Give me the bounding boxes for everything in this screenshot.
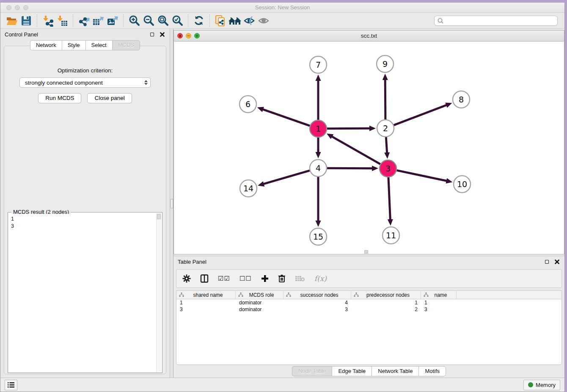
tab-style[interactable]: Style <box>62 40 85 50</box>
column-header-predecessor-nodes[interactable]: predecessor nodes <box>351 291 421 299</box>
new-network-from-selection-icon[interactable] <box>213 14 228 28</box>
show-all-icon[interactable] <box>256 14 271 28</box>
memory-label: Memory <box>536 382 556 388</box>
panel-splitter[interactable] <box>170 29 173 378</box>
column-header-shared-name[interactable]: shared name <box>176 291 236 299</box>
table-cell[interactable]: 3 <box>284 306 351 313</box>
arrowhead-icon <box>372 166 378 171</box>
network-graph[interactable]: 7968124314101511 <box>174 41 564 254</box>
mcds-result-text[interactable]: 1 3 <box>9 214 156 372</box>
float-panel-icon[interactable] <box>149 31 155 38</box>
table-toolbar: ☑☑ ☐☐ f(x) <box>176 269 562 288</box>
tab-select[interactable]: Select <box>85 40 112 50</box>
node-table[interactable]: shared nameMCDS rolesuccessor nodesprede… <box>176 290 562 365</box>
zoom-selected-icon[interactable] <box>170 14 184 28</box>
status-bar: Memory <box>0 378 564 392</box>
tab-edge-table[interactable]: Edge Table <box>332 366 372 376</box>
node-label-2: 2 <box>383 124 388 133</box>
app-window: Session: New Session <box>0 2 565 392</box>
hide-selected-icon[interactable] <box>242 14 256 28</box>
table-cell[interactable]: 3 <box>421 306 457 313</box>
toolbar-separator <box>37 14 37 27</box>
close-panel-button[interactable]: Close panel <box>87 93 132 103</box>
list-icon <box>8 382 14 388</box>
search-input[interactable] <box>446 18 554 24</box>
select-all-icon[interactable]: ☑☑ <box>218 275 230 282</box>
mcds-result-group: MCDS result (2 nodes) 1 3 <box>8 212 162 373</box>
edge-2-8[interactable] <box>394 105 447 125</box>
arrowhead-icon <box>316 152 321 158</box>
table-cell[interactable]: 1 <box>351 299 421 306</box>
edge-2-9[interactable] <box>385 79 385 119</box>
column-header-name[interactable]: name <box>421 291 457 299</box>
edge-4-14[interactable] <box>263 171 310 184</box>
optimization-criterion-dropdown[interactable]: strongly connected component <box>19 77 151 88</box>
zoom-in-icon[interactable] <box>127 14 141 28</box>
title-bar: Session: New Session <box>0 3 564 13</box>
import-table-icon[interactable] <box>55 14 69 28</box>
edge-4-3[interactable] <box>327 168 373 168</box>
column-header-MCDS-role[interactable]: MCDS role <box>236 291 284 299</box>
edge-1-2[interactable] <box>327 128 370 129</box>
edge-2-3[interactable] <box>386 137 387 153</box>
deselect-all-icon[interactable]: ☐☐ <box>239 275 252 282</box>
table-cell[interactable]: 3 <box>176 306 236 313</box>
import-network-icon[interactable] <box>41 14 55 28</box>
tab-network-table[interactable]: Network Table <box>372 366 418 376</box>
table-cell[interactable]: 2 <box>351 306 421 313</box>
node-label-3: 3 <box>385 164 391 173</box>
run-mcds-button[interactable]: Run MCDS <box>38 93 81 103</box>
table-settings-gear-icon[interactable] <box>182 274 191 283</box>
search-field[interactable] <box>434 16 558 26</box>
close-table-panel-icon[interactable] <box>553 259 560 265</box>
zoom-fit-icon[interactable] <box>156 14 170 28</box>
network-window-titlebar[interactable]: x − + scc.txt <box>174 30 564 41</box>
tab-network[interactable]: Network <box>30 40 62 50</box>
arrowhead-icon <box>369 126 376 131</box>
save-session-icon[interactable] <box>19 14 33 28</box>
splitter-grip-icon[interactable] <box>171 199 173 208</box>
main-toolbar <box>0 13 564 29</box>
table-cell[interactable]: dominator <box>236 306 284 313</box>
result-scrollbar[interactable] <box>156 213 161 372</box>
table-cell[interactable]: 1 <box>421 299 457 306</box>
tab-mcds[interactable]: MCDS <box>112 40 140 50</box>
column-hierarchy-icon <box>354 293 359 297</box>
table-panel-title: Table Panel <box>178 259 540 265</box>
add-column-icon[interactable] <box>261 275 269 282</box>
column-header-successor-nodes[interactable]: successor nodes <box>284 291 351 299</box>
tab-node-table[interactable]: Node Table <box>292 366 332 376</box>
open-session-icon[interactable] <box>5 14 19 28</box>
mcds-panel: Optimization criterion: strongly connect… <box>4 46 166 374</box>
tab-motifs[interactable]: Motifs <box>418 366 446 376</box>
export-table-icon[interactable] <box>91 14 105 28</box>
table-cell[interactable]: 1 <box>176 299 236 306</box>
node-label-6: 6 <box>245 99 250 109</box>
edge-1-6[interactable] <box>262 109 310 126</box>
table-header-row[interactable]: shared nameMCDS rolesuccessor nodesprede… <box>176 291 561 299</box>
control-panel-title: Control Panel <box>5 31 145 38</box>
zoom-out-icon[interactable] <box>141 14 156 28</box>
task-history-button[interactable] <box>5 380 17 390</box>
table-cell[interactable]: 4 <box>284 299 351 306</box>
table-cell[interactable]: dominator <box>236 299 284 306</box>
first-neighbors-icon[interactable] <box>228 14 242 28</box>
memory-button[interactable]: Memory <box>523 380 560 390</box>
export-image-icon[interactable] <box>105 14 120 28</box>
network-canvas[interactable]: 7968124314101511 <box>174 41 564 254</box>
refresh-icon[interactable] <box>192 14 206 28</box>
table-row[interactable]: 3dominator323 <box>176 306 561 313</box>
export-network-icon[interactable] <box>77 14 91 28</box>
edge-3-10[interactable] <box>397 170 447 181</box>
edge-3-11[interactable] <box>388 177 390 220</box>
table-body[interactable]: 1dominator4113dominator323 <box>176 299 561 313</box>
dropdown-selected-value: strongly connected component <box>25 80 144 86</box>
edge-3-1[interactable] <box>331 136 380 164</box>
table-row[interactable]: 1dominator411 <box>176 299 561 306</box>
show-columns-icon[interactable] <box>200 274 209 283</box>
toolbar-separator <box>123 14 124 27</box>
delete-column-icon[interactable] <box>278 274 286 283</box>
canvas-scroll-nub[interactable] <box>364 250 368 254</box>
close-panel-icon[interactable] <box>159 31 165 38</box>
float-table-panel-icon[interactable] <box>543 259 550 265</box>
